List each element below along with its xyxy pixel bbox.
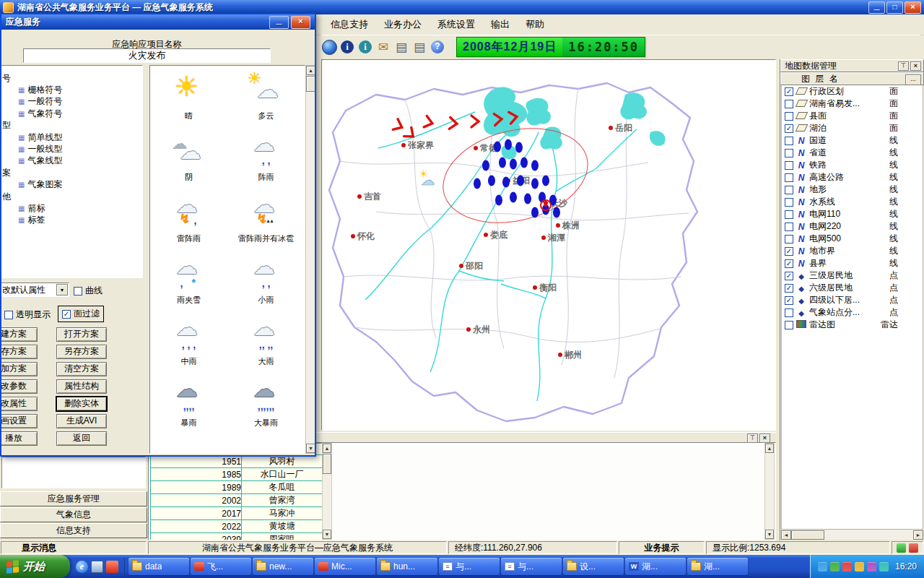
layer-checkbox[interactable] (785, 235, 793, 243)
dialog-close-icon[interactable] (291, 16, 310, 29)
layer-row-17[interactable]: 四级以下居...点 (782, 294, 923, 306)
table-row-2[interactable]: 1985水口山一厂 (151, 468, 323, 481)
panel-scrollbar[interactable] (764, 443, 775, 540)
scroll-thumb[interactable] (306, 76, 315, 92)
layer-checkbox[interactable] (785, 284, 793, 293)
menu-item-4[interactable]: 帮助 (518, 16, 552, 33)
tray-icon-0[interactable] (818, 562, 827, 571)
pin-icon[interactable] (898, 61, 909, 71)
weather-symbol-5[interactable]: ☁↯▴▴雷阵雨并有冰雹 (227, 193, 305, 254)
dialog-left-button-1[interactable]: 存方案 (0, 345, 38, 359)
table-scrollbar[interactable] (322, 443, 332, 540)
dialog-left-button-2[interactable]: 加方案 (0, 362, 38, 376)
layer-row-10[interactable]: 电网110线 (782, 208, 923, 220)
layer-checkbox[interactable] (785, 186, 793, 194)
weather-symbol-10[interactable]: ☁,,,,暴雨 (150, 377, 227, 439)
message-list[interactable] (1, 457, 146, 488)
layer-row-15[interactable]: 三级居民地点 (782, 269, 923, 282)
task-button-3[interactable]: Mic... (315, 558, 375, 575)
default-attr-combo[interactable]: 改默认属性 (0, 282, 69, 297)
layer-checkbox[interactable] (785, 272, 793, 280)
dialog-right-button-1[interactable]: 另存方案 (56, 345, 107, 359)
task-button-0[interactable]: data (128, 558, 189, 575)
transparent-checkbox[interactable]: 透明显示 (4, 309, 51, 321)
dialog-right-button-3[interactable]: 属性结构 (56, 379, 107, 394)
weather-symbol-3[interactable]: ☁, ,阵雨 (227, 131, 305, 193)
layer-row-14[interactable]: 县界线 (782, 257, 923, 269)
scroll-down-icon[interactable] (765, 530, 774, 539)
weather-symbol-1[interactable]: ☀☁多云 (227, 70, 305, 131)
layer-checkbox[interactable] (785, 112, 793, 121)
tree-item-3[interactable]: 气象符号 (1, 108, 142, 119)
left-panel-button-1[interactable]: 气象信息 (0, 507, 147, 522)
layer-checkbox[interactable] (785, 124, 793, 133)
tree-item-1[interactable]: 栅格符号 (1, 84, 142, 95)
dialog-right-button-6[interactable]: 返回 (56, 431, 107, 446)
table-row-6[interactable]: 2022黄坡塘 (151, 520, 323, 533)
tree-item-7[interactable]: 气象线型 (1, 155, 142, 167)
table-row-7[interactable]: 2039周家咀 (151, 533, 323, 541)
layer-row-12[interactable]: 电网500线 (782, 233, 923, 245)
dialog-left-button-0[interactable]: 建方案 (0, 327, 38, 342)
dialog-right-button-4[interactable]: 删除实体 (56, 397, 107, 411)
layer-checkbox[interactable] (785, 137, 793, 145)
red-app-icon[interactable] (106, 561, 118, 573)
more-button[interactable]: ... (905, 74, 921, 85)
maximize-icon[interactable] (886, 1, 903, 14)
layer-checkbox[interactable] (785, 223, 793, 231)
weather-symbol-0[interactable]: ☀晴 (150, 70, 227, 131)
layer-row-9[interactable]: 水系线线 (782, 196, 923, 208)
tray-icon-5[interactable] (879, 562, 889, 571)
layer-checkbox[interactable] (785, 149, 793, 158)
weather-symbol-9[interactable]: ☁,, ,,大雨 (227, 316, 305, 377)
tree-item-9[interactable]: 气象图案 (1, 179, 142, 191)
weather-symbol-11[interactable]: ☁,,,,,,大暴雨 (227, 377, 305, 439)
scroll-down-icon[interactable] (323, 530, 331, 539)
layer-row-19[interactable]: 雷达图雷达 (782, 319, 923, 331)
tree-item-2[interactable]: 一般符号 (1, 96, 142, 108)
layer-row-3[interactable]: 湖泊面 (782, 122, 923, 134)
dialog-titlebar[interactable]: 应急服务 (1, 14, 315, 30)
tree-item-6[interactable]: 一般线型 (1, 143, 142, 155)
dialog-right-button-5[interactable]: 生成AVI (56, 414, 107, 428)
dialog-right-button-2[interactable]: 清空方案 (56, 362, 107, 376)
table-row-4[interactable]: 2002曾家湾 (151, 494, 323, 507)
layer-checkbox[interactable] (785, 87, 793, 96)
task-button-9[interactable]: 湖... (687, 558, 748, 575)
menu-item-1[interactable]: 业务办公 (376, 16, 430, 33)
weather-symbol-2[interactable]: ☁☁阴 (150, 131, 227, 193)
task-button-7[interactable]: 设... (563, 558, 624, 575)
tree-item-10[interactable]: 他 (1, 191, 142, 202)
dialog-minimize-icon[interactable] (269, 16, 289, 29)
layer-checkbox[interactable] (785, 259, 793, 268)
tree-item-11[interactable]: 箭标 (1, 202, 142, 214)
dialog-left-button-5[interactable]: 画设置 (0, 414, 38, 428)
tray-icon-4[interactable] (867, 562, 876, 571)
layer-row-6[interactable]: 铁路线 (782, 159, 923, 171)
table-row-3[interactable]: 1989冬瓜咀 (151, 481, 323, 494)
layer-row-8[interactable]: 地形线 (782, 184, 923, 196)
scroll-thumb[interactable] (323, 454, 331, 474)
scroll-thumb[interactable] (791, 530, 824, 540)
layer-checkbox[interactable] (785, 100, 793, 108)
layer-checkbox[interactable] (785, 247, 793, 256)
table-row-1[interactable]: 1951风羽村 (151, 455, 323, 468)
weather-symbol-6[interactable]: ☁,*雨夹雪 (150, 254, 227, 316)
layer-row-16[interactable]: 六级居民地点 (782, 282, 923, 294)
checkbox-checked-icon[interactable] (62, 310, 71, 319)
tree-item-0[interactable]: 号 (1, 72, 142, 84)
menu-item-2[interactable]: 系统设置 (430, 16, 483, 33)
dialog-right-button-0[interactable]: 打开方案 (56, 327, 107, 342)
close-panel-icon[interactable] (910, 61, 921, 71)
weather-symbol-4[interactable]: ☁↯,雷阵雨 (150, 193, 227, 254)
layer-row-5[interactable]: 省道线 (782, 147, 923, 159)
project-name-input[interactable]: 火灾发布 (23, 48, 271, 63)
tray-icon-3[interactable] (855, 562, 864, 571)
layer-checkbox[interactable] (785, 173, 793, 182)
palette-scrollbar[interactable] (305, 65, 316, 454)
task-button-6[interactable]: 与... (501, 558, 562, 575)
dialog-left-button-6[interactable]: 播放 (0, 431, 38, 446)
task-button-1[interactable]: 飞... (191, 558, 251, 575)
weather-symbol-8[interactable]: ☁, , ,中雨 (150, 316, 227, 377)
chevron-down-icon[interactable] (56, 284, 68, 296)
